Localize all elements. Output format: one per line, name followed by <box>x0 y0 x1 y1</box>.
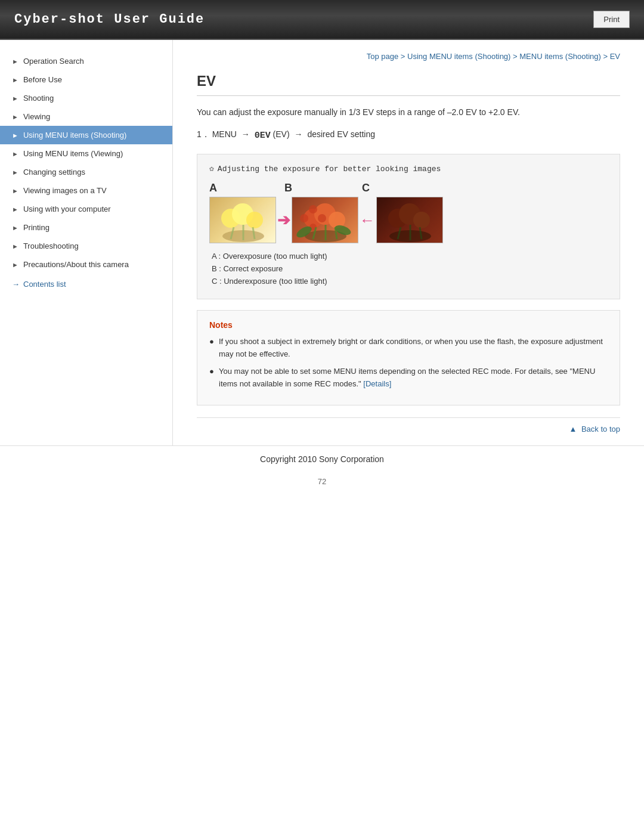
flower-b-svg <box>292 197 358 243</box>
page-title: EV <box>197 73 620 96</box>
ev-description: You can adjust the exposure manually in … <box>197 106 620 119</box>
notes-title: Notes <box>209 320 608 330</box>
note-item-2: You may not be able to set some MENU ite… <box>209 366 608 391</box>
sidebar-item-label: Using with your computer <box>23 205 111 213</box>
sidebar-item-label: Using MENU items (Viewing) <box>23 149 123 158</box>
sidebar-item-changing-settings[interactable]: ► Changing settings <box>0 163 172 181</box>
tip-box: ✿ Adjusting the exposure for better look… <box>197 154 620 299</box>
arrow-right-pink: ➔ <box>277 211 290 230</box>
arrow-icon: ► <box>12 113 18 120</box>
content-area: Top page > Using MENU items (Shooting) >… <box>173 40 644 445</box>
sidebar-item-label: Using MENU items (Shooting) <box>23 131 126 140</box>
arrow-icon: ► <box>12 261 18 268</box>
sidebar-item-operation-search[interactable]: ► Operation Search <box>0 52 172 70</box>
header-title: Cyber-shot User Guide <box>14 12 205 27</box>
arrow-right-icon: → <box>12 280 20 289</box>
svg-point-12 <box>300 214 308 222</box>
image-b <box>292 197 358 243</box>
label-b: B <box>284 182 362 194</box>
sidebar-item-label: Viewing <box>23 112 50 121</box>
sidebar-item-before-use[interactable]: ► Before Use <box>0 70 172 89</box>
sidebar-item-viewing-images-tv[interactable]: ► Viewing images on a TV <box>0 181 172 200</box>
arrow-icon: ► <box>12 76 18 83</box>
svg-point-3 <box>246 212 263 228</box>
breadcrumb-using-menu-shooting[interactable]: Using MENU items (Shooting) <box>407 52 510 61</box>
arrow-left-pink: ← <box>360 211 375 230</box>
svg-point-13 <box>318 214 326 222</box>
sidebar-item-label: Precautions/About this camera <box>23 260 129 269</box>
sidebar-item-using-menu-shooting[interactable]: ► Using MENU items (Shooting) <box>0 126 172 144</box>
image-c <box>376 197 443 243</box>
breadcrumb-top-page[interactable]: Top page <box>367 52 399 61</box>
exposure-desc-c: C : Underexposure (too little light) <box>209 277 608 286</box>
breadcrumb: Top page > Using MENU items (Shooting) >… <box>197 52 620 61</box>
sidebar-item-troubleshooting[interactable]: ► Troubleshooting <box>0 237 172 255</box>
breadcrumb-separator2: > <box>513 52 519 61</box>
arrow-icon-2: → <box>295 127 303 142</box>
arrow-icon: ► <box>12 95 18 102</box>
tip-icon: ✿ <box>209 164 214 174</box>
notes-list: If you shoot a subject in extremely brig… <box>209 336 608 390</box>
image-a <box>209 197 276 243</box>
sidebar-item-label: Printing <box>23 223 49 232</box>
sidebar: ► Operation Search ► Before Use ► Shooti… <box>0 40 173 445</box>
back-to-top-link[interactable]: ▲ Back to top <box>569 425 620 433</box>
header: Cyber-shot User Guide Print <box>0 0 644 40</box>
sidebar-item-using-menu-viewing[interactable]: ► Using MENU items (Viewing) <box>0 144 172 163</box>
sidebar-item-printing[interactable]: ► Printing <box>0 218 172 237</box>
exposure-desc-a: A : Overexposure (too much light) <box>209 252 608 261</box>
back-to-top-label: Back to top <box>581 425 620 433</box>
arrow-icon: ► <box>12 243 18 250</box>
copyright: Copyright 2010 Sony Corporation <box>260 454 384 464</box>
sidebar-item-shooting[interactable]: ► Shooting <box>0 89 172 107</box>
note-item-1: If you shoot a subject in extremely brig… <box>209 336 608 361</box>
sidebar-item-label: Troubleshooting <box>23 241 79 250</box>
exposure-desc-b: B : Correct exposure <box>209 264 608 273</box>
exposure-diagram: A B C <box>209 182 608 243</box>
step-number: 1． <box>197 129 210 139</box>
sidebar-item-label: Operation Search <box>23 57 84 66</box>
menu-text: MENU <box>212 129 237 139</box>
contents-list-label: Contents list <box>23 280 66 289</box>
breadcrumb-menu-items-shooting[interactable]: MENU items (Shooting) <box>519 52 601 61</box>
svg-point-11 <box>309 205 317 213</box>
arrow-icon: ► <box>12 224 18 231</box>
main-layout: ► Operation Search ► Before Use ► Shooti… <box>0 40 644 445</box>
label-c: C <box>362 182 370 194</box>
exposure-images-row: ➔ <box>209 197 608 243</box>
breadcrumb-ev[interactable]: EV <box>610 52 620 61</box>
tip-title-text: Adjusting the exposure for better lookin… <box>218 165 441 174</box>
breadcrumb-separator: > <box>401 52 407 61</box>
details-link[interactable]: [Details] <box>363 379 391 388</box>
notes-box: Notes If you shoot a subject in extremel… <box>197 310 620 405</box>
sidebar-item-label: Shooting <box>23 94 54 103</box>
sidebar-item-label: Changing settings <box>23 168 85 176</box>
step-end-text: desired EV setting <box>307 129 375 139</box>
arrow-icon: ► <box>12 132 18 139</box>
sidebar-item-label: Viewing images on a TV <box>23 186 107 195</box>
arrow-icon: → <box>242 127 250 142</box>
oev-symbol: 0EV <box>255 128 271 144</box>
tip-title: ✿ Adjusting the exposure for better look… <box>209 164 608 174</box>
flower-a-svg <box>210 197 276 243</box>
back-to-top: ▲ Back to top <box>197 417 620 433</box>
back-to-top-icon: ▲ <box>569 425 577 433</box>
arrow-icon: ► <box>12 206 18 213</box>
arrow-icon: ► <box>12 58 18 65</box>
footer: Copyright 2010 Sony Corporation <box>0 445 644 472</box>
svg-point-23 <box>413 212 430 228</box>
sidebar-item-precautions[interactable]: ► Precautions/About this camera <box>0 255 172 274</box>
contents-list-link[interactable]: → Contents list <box>0 274 172 295</box>
breadcrumb-separator3: > <box>603 52 609 61</box>
step-1: 1． MENU → 0EV (EV) → desired EV setting <box>197 127 620 143</box>
sidebar-item-label: Before Use <box>23 75 62 84</box>
arrow-icon: ► <box>12 150 18 157</box>
arrow-icon: ► <box>12 187 18 194</box>
label-a: A <box>209 182 281 194</box>
sidebar-item-using-with-computer[interactable]: ► Using with your computer <box>0 200 172 218</box>
flower-c-svg <box>377 197 443 243</box>
print-button[interactable]: Print <box>593 11 630 28</box>
ev-parens: (EV) <box>273 129 290 139</box>
arrow-icon: ► <box>12 169 18 176</box>
sidebar-item-viewing[interactable]: ► Viewing <box>0 107 172 126</box>
